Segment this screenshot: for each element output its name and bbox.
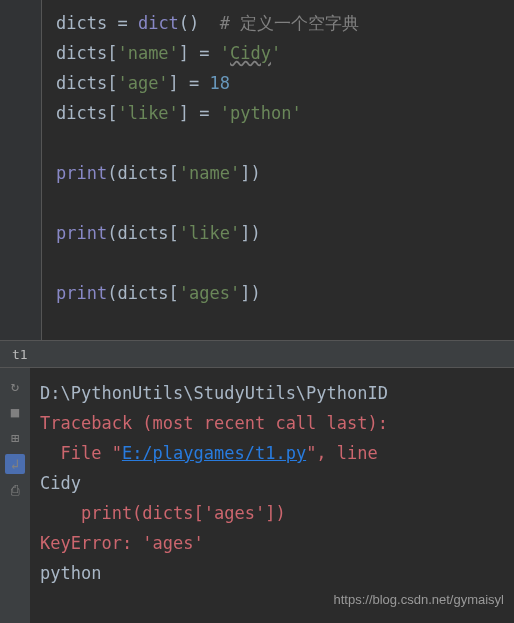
rerun-icon[interactable]: ↻ [5, 376, 25, 396]
code-line: KeyError: 'ages' [40, 528, 514, 558]
token-ident: Cidy [40, 473, 81, 493]
code-line [56, 188, 514, 218]
gutter [0, 0, 42, 340]
watermark: https://blog.csdn.net/gymaisyl [333, 585, 504, 615]
token-err: File " [40, 443, 122, 463]
code-line [56, 128, 514, 158]
token-err: Traceback (most recent call last): [40, 413, 388, 433]
token-number: 18 [210, 73, 230, 93]
token-ident: (dicts[ [107, 163, 179, 183]
console-pane: ↻ ■ ⊞ ↲ ⎙ D:\PythonUtils\StudyUtils\Pyth… [0, 368, 514, 623]
token-ident: ]) [240, 223, 260, 243]
token-ident [56, 133, 66, 153]
token-err: print(dicts['ages']) [40, 503, 286, 523]
token-ident: ] = [169, 73, 210, 93]
code-line: D:\PythonUtils\StudyUtils\PythonID [40, 378, 514, 408]
token-builtin: print [56, 283, 107, 303]
token-ident: ]) [240, 283, 260, 303]
token-string: 'name' [117, 43, 178, 63]
token-string: 'python' [220, 103, 302, 123]
token-string: 'like' [179, 223, 240, 243]
code-line: print(dicts['like']) [56, 218, 514, 248]
code-line: File "E:/playgames/t1.py", line [40, 438, 514, 468]
token-string-u: Cidy [230, 43, 271, 63]
code-line: print(dicts['ages']) [40, 498, 514, 528]
code-line: print(dicts['ages']) [56, 278, 514, 308]
token-ident [56, 193, 66, 213]
code-line: Cidy [40, 468, 514, 498]
token-ident: (dicts[ [107, 223, 179, 243]
token-string: ' [271, 43, 281, 63]
token-paren: () [179, 13, 220, 33]
token-builtin: print [56, 163, 107, 183]
print-icon[interactable]: ⎙ [5, 480, 25, 500]
console-area[interactable]: D:\PythonUtils\StudyUtils\PythonIDTraceb… [30, 368, 514, 623]
token-string: 'age' [117, 73, 168, 93]
code-line: print(dicts['name']) [56, 158, 514, 188]
token-ident: dicts[ [56, 103, 117, 123]
wrap-icon[interactable]: ↲ [5, 454, 25, 474]
tab-bar: t1 [0, 340, 514, 368]
code-line: dicts = dict() # 定义一个空字典 [56, 8, 514, 38]
token-string: 'name' [179, 163, 240, 183]
token-builtin: print [56, 223, 107, 243]
token-string: ' [220, 43, 230, 63]
layout-icon[interactable]: ⊞ [5, 428, 25, 448]
token-ident: dicts[ [56, 43, 117, 63]
code-area[interactable]: dicts = dict() # 定义一个空字典dicts['name'] = … [48, 8, 514, 308]
console-toolbar: ↻ ■ ⊞ ↲ ⎙ [0, 368, 30, 623]
token-string: 'like' [117, 103, 178, 123]
code-line: dicts['like'] = 'python' [56, 98, 514, 128]
token-ident: ]) [240, 163, 260, 183]
token-op: = [117, 13, 137, 33]
editor-pane: dicts = dict() # 定义一个空字典dicts['name'] = … [0, 0, 514, 340]
token-err: ", line [306, 443, 378, 463]
token-ident: (dicts[ [107, 283, 179, 303]
token-string: 'ages' [179, 283, 240, 303]
token-ident: python [40, 563, 101, 583]
token-ident: ] = [179, 103, 220, 123]
token-comment: # 定义一个空字典 [220, 13, 359, 33]
token-link[interactable]: E:/playgames/t1.py [122, 443, 306, 463]
token-ident: D:\PythonUtils\StudyUtils\PythonID [40, 383, 388, 403]
token-ident: ] = [179, 43, 220, 63]
token-builtin: dict [138, 13, 179, 33]
code-line: dicts['name'] = 'Cidy' [56, 38, 514, 68]
token-ident: dicts[ [56, 73, 117, 93]
tab-t1[interactable]: t1 [4, 345, 36, 364]
token-ident [56, 253, 66, 273]
code-line [56, 248, 514, 278]
code-line: dicts['age'] = 18 [56, 68, 514, 98]
code-line: Traceback (most recent call last): [40, 408, 514, 438]
token-err: KeyError: 'ages' [40, 533, 204, 553]
token-ident: dicts [56, 13, 117, 33]
code-line: python [40, 558, 514, 588]
stop-icon[interactable]: ■ [5, 402, 25, 422]
